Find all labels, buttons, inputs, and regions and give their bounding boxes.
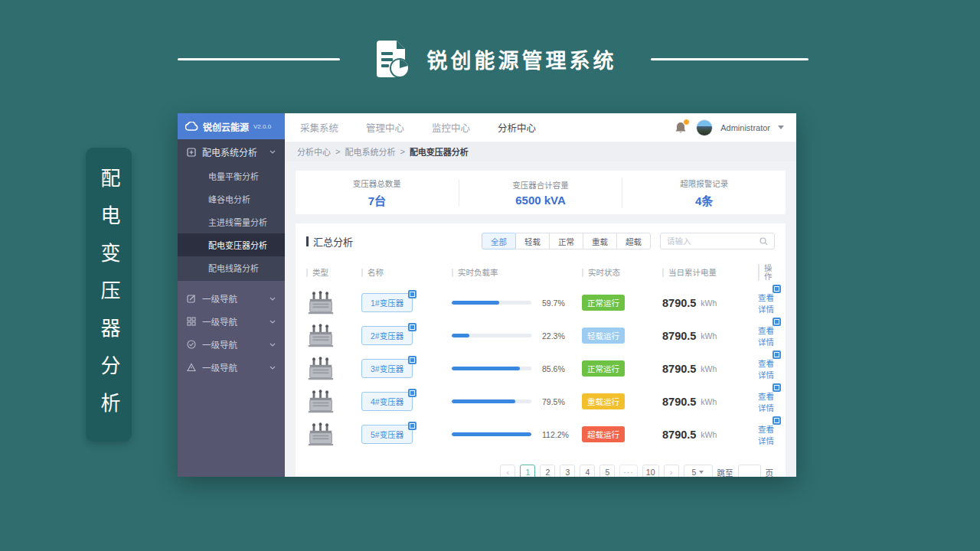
view-details-link[interactable]: 查看详情 xyxy=(758,357,775,380)
transformer-image xyxy=(306,422,361,447)
sidebar-item-main-line-demand-analysis[interactable]: 主进线需量分析 xyxy=(178,210,285,233)
warning-triangle-icon xyxy=(187,363,196,372)
view-details-link[interactable]: 查看详情 xyxy=(758,423,775,446)
user-menu-caret-icon[interactable] xyxy=(778,126,784,129)
page-button-5[interactable]: 5 xyxy=(599,465,615,477)
transformer-name: 1#变压器 xyxy=(371,298,403,308)
avatar[interactable] xyxy=(696,119,713,136)
breadcrumb: 分析中心 > 配电系统分析 > 配电变压器分析 xyxy=(285,142,796,161)
transformer-name-button[interactable]: 2#变压器 xyxy=(361,326,413,345)
link-badge-icon[interactable] xyxy=(408,356,416,364)
sidebar-item-label: 配电变压器分析 xyxy=(208,239,267,251)
search-box[interactable] xyxy=(660,233,775,249)
sidebar-nav-item-1[interactable]: 一级导航 xyxy=(178,287,285,310)
energy-value: 8790.5 xyxy=(662,297,696,309)
filter-overload-button[interactable]: 超载 xyxy=(616,233,651,249)
notification-bell-icon[interactable] xyxy=(675,121,688,135)
sidebar-item-distribution-line-analysis[interactable]: 配电线路分析 xyxy=(178,256,285,279)
sidebar-nav-label: 一级导航 xyxy=(202,292,237,305)
sidebar: 锐创云能源 V2.0.0 配电系统分析 电量平衡分析 峰谷电分析 xyxy=(178,113,285,477)
load-progress-track xyxy=(452,367,531,370)
jump-page-input[interactable] xyxy=(738,465,761,477)
link-badge-icon[interactable] xyxy=(408,389,416,397)
chevron-down-icon xyxy=(270,150,276,154)
link-badge-icon[interactable] xyxy=(773,350,781,359)
sidebar-item-electric-balance-analysis[interactable]: 电量平衡分析 xyxy=(178,165,285,187)
link-badge-icon[interactable] xyxy=(408,422,416,430)
stat-label: 变压器合计容量 xyxy=(512,179,569,191)
transformer-name: 5#变压器 xyxy=(371,430,403,439)
search-icon[interactable] xyxy=(760,237,768,246)
page-size-select[interactable]: 5 xyxy=(684,465,713,477)
link-badge-icon[interactable] xyxy=(408,323,416,331)
brand: 锐创能源管理系统 xyxy=(364,39,626,79)
edit-icon xyxy=(187,294,196,303)
link-badge-icon[interactable] xyxy=(773,383,781,392)
chevron-down-icon xyxy=(270,320,276,324)
energy-unit: kWh xyxy=(701,430,717,439)
page-button-3[interactable]: 3 xyxy=(560,465,575,477)
view-details-link[interactable]: 查看详情 xyxy=(758,324,775,347)
stat-value: 6500 kVA xyxy=(515,194,566,207)
transformer-name: 3#变压器 xyxy=(371,364,403,373)
status-badge: 重载运行 xyxy=(582,393,625,409)
page-button-4[interactable]: 4 xyxy=(580,465,595,477)
sidebar-group-power-distribution-analysis[interactable]: 配电系统分析 xyxy=(178,139,285,165)
page-ellipsis[interactable]: ··· xyxy=(619,465,638,477)
sidebar-item-label: 配电线路分析 xyxy=(208,262,259,274)
breadcrumb-item[interactable]: 分析中心 xyxy=(297,145,331,158)
link-badge-icon[interactable] xyxy=(773,318,781,326)
transformer-name-button[interactable]: 4#变压器 xyxy=(361,392,413,411)
sidebar-nav-item-4[interactable]: 一级导航 xyxy=(178,356,285,379)
link-badge-icon[interactable] xyxy=(773,285,781,293)
sidebar-item-label: 峰谷电分析 xyxy=(208,193,250,205)
side-banner: 配电变压器分析 xyxy=(86,148,132,442)
transformer-name-button[interactable]: 5#变压器 xyxy=(361,425,413,444)
status-badge: 正常运行 xyxy=(582,360,625,377)
transformer-name: 2#变压器 xyxy=(371,331,403,341)
col-type: 类型 xyxy=(306,269,361,277)
load-progress-fill xyxy=(452,432,531,436)
prev-page-button[interactable]: ‹ xyxy=(500,465,515,477)
sidebar-item-label: 电量平衡分析 xyxy=(208,170,259,182)
view-details-label: 查看详情 xyxy=(758,425,774,445)
filter-all-button[interactable]: 全部 xyxy=(482,233,516,249)
load-progress-track xyxy=(452,301,531,305)
topnav-analysis-center[interactable]: 分析中心 xyxy=(498,120,536,135)
page-button-1[interactable]: 1 xyxy=(520,465,535,477)
pagination: ‹ 1 2 3 4 5 ··· 10 › 5 跳至 页 xyxy=(306,465,775,477)
app-logo-name: 锐创云能源 xyxy=(203,120,249,133)
next-page-button[interactable]: › xyxy=(664,465,679,477)
transformer-name-button[interactable]: 1#变压器 xyxy=(361,293,413,312)
sidebar-item-peak-valley-analysis[interactable]: 峰谷电分析 xyxy=(178,187,285,210)
load-progress-track xyxy=(452,399,531,403)
link-badge-icon[interactable] xyxy=(408,290,416,298)
sidebar-menu-group: 配电系统分析 电量平衡分析 峰谷电分析 主进线需量分析 配电变压器分析 配电线路… xyxy=(178,139,285,281)
transformer-name-button[interactable]: 3#变压器 xyxy=(361,359,413,378)
filter-heavy-load-button[interactable]: 重载 xyxy=(583,233,617,249)
topnav-monitoring-center[interactable]: 监控中心 xyxy=(432,120,470,135)
sidebar-nav-item-3[interactable]: 一级导航 xyxy=(178,333,285,356)
status-badge: 超载运行 xyxy=(582,426,625,442)
page-button-2[interactable]: 2 xyxy=(540,465,555,477)
search-input[interactable] xyxy=(667,236,760,246)
transformer-image xyxy=(306,291,361,315)
energy-value: 8790.5 xyxy=(662,363,696,375)
view-details-link[interactable]: 查看详情 xyxy=(758,292,775,315)
view-details-link[interactable]: 查看详情 xyxy=(758,390,775,413)
topnav-management-center[interactable]: 管理中心 xyxy=(366,120,404,135)
page-button-10[interactable]: 10 xyxy=(642,465,659,477)
filter-normal-button[interactable]: 正常 xyxy=(549,233,583,249)
filter-light-load-button[interactable]: 轻载 xyxy=(515,233,550,249)
topnav-collection-system[interactable]: 采集系统 xyxy=(300,120,338,135)
link-badge-icon[interactable] xyxy=(773,416,781,425)
col-load-rate: 实时负载率 xyxy=(452,269,582,277)
table-row: 3#变压器 85.6% 正常运行 8790.5kWh 查看详情 xyxy=(306,352,775,385)
user-name: Administrator xyxy=(720,123,770,132)
sidebar-nav-label: 一级导航 xyxy=(202,315,237,328)
summary-header: 汇总分析 全部 轻载 正常 重载 超载 xyxy=(306,233,775,249)
sidebar-nav-item-2[interactable]: 一级导航 xyxy=(178,310,285,333)
sidebar-item-transformer-analysis[interactable]: 配电变压器分析 xyxy=(178,233,285,256)
breadcrumb-item[interactable]: 配电系统分析 xyxy=(345,145,395,158)
view-details-label: 查看详情 xyxy=(758,326,774,347)
